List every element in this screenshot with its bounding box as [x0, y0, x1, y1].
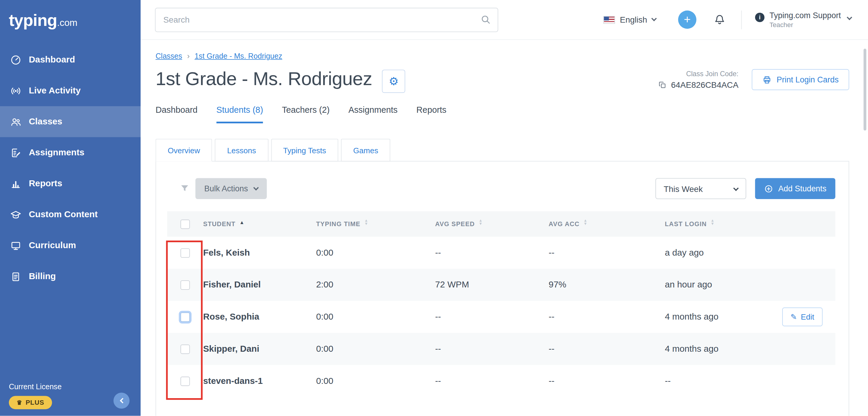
typing-time-cell: 0:00 [316, 376, 435, 386]
row-checkbox[interactable] [181, 344, 190, 354]
chevron-down-icon [651, 16, 657, 21]
subtab-lessons[interactable]: Lessons [215, 139, 268, 161]
sidebar-item-assignments[interactable]: Assignments [0, 137, 141, 168]
chevron-down-icon [733, 185, 738, 191]
tab-dashboard[interactable]: Dashboard [155, 105, 197, 123]
avg-speed-cell: -- [435, 376, 549, 386]
sidebar-item-custom-content[interactable]: Custom Content [0, 199, 141, 230]
language-label: English [620, 15, 647, 24]
breadcrumb-current-link[interactable]: 1st Grade - Ms. Rodriguez [194, 52, 282, 60]
breadcrumb-separator: › [187, 52, 189, 60]
page-content: Classes › 1st Grade - Ms. Rodriguez 1st … [141, 40, 868, 416]
student-name-cell: Fisher, Daniel [203, 280, 316, 289]
printer-icon [762, 75, 772, 84]
class-tabs: Dashboard Students (8) Teachers (2) Assi… [155, 105, 849, 123]
main-column: English + i Typing.com Support Teach [141, 0, 868, 416]
brand-suffix: .com [57, 18, 77, 28]
last-login-cell: a day ago [665, 248, 782, 258]
tab-assignments[interactable]: Assignments [348, 105, 398, 123]
typing-time-cell: 0:00 [316, 344, 435, 354]
add-students-button[interactable]: Add Students [755, 178, 836, 199]
period-selected-value: This Week [664, 184, 703, 194]
avg-acc-cell: -- [549, 344, 665, 354]
subtab-games[interactable]: Games [341, 139, 391, 161]
notifications-button[interactable] [713, 13, 726, 27]
tab-teachers[interactable]: Teachers (2) [282, 105, 330, 123]
subtab-typing-tests[interactable]: Typing Tests [271, 139, 338, 161]
row-checkbox[interactable] [181, 280, 190, 289]
sidebar-collapse-button[interactable] [114, 393, 130, 409]
sidebar-nav: Dashboard Live Activity Classes Assignme… [0, 44, 141, 292]
sidebar-item-dashboard[interactable]: Dashboard [0, 44, 141, 75]
topbar: English + i Typing.com Support Teach [141, 0, 868, 40]
period-select[interactable]: This Week [655, 178, 746, 199]
topbar-right: English + i Typing.com Support Teach [603, 10, 851, 29]
sidebar-item-label: Dashboard [29, 55, 75, 65]
column-header-typing-time[interactable]: Typing Time ▲▼ [316, 221, 435, 227]
avg-speed-cell: -- [435, 312, 549, 322]
sidebar-item-label: Live Activity [29, 86, 81, 96]
sidebar-item-classes[interactable]: Classes [0, 106, 141, 137]
class-settings-button[interactable]: ⚙ [382, 70, 405, 93]
column-header-avg-acc[interactable]: Avg Acc ▲▼ [549, 221, 665, 227]
last-login-cell: an hour ago [665, 280, 782, 289]
us-flag-icon [603, 16, 615, 24]
sort-asc-icon: ▲ [240, 219, 245, 225]
gear-icon: ⚙ [389, 75, 399, 88]
select-all-checkbox[interactable] [181, 219, 190, 229]
typing-time-cell: 2:00 [316, 280, 435, 289]
table-row: Skipper, Dani 0:00 -- -- 4 months ago [167, 333, 835, 365]
tab-reports[interactable]: Reports [416, 105, 446, 123]
circle-plus-icon [764, 184, 773, 194]
page-scrollbar[interactable] [864, 49, 866, 131]
join-code-label: Class Join Code: [658, 70, 738, 78]
avg-acc-cell: -- [549, 248, 665, 258]
avg-acc-cell: 97% [549, 280, 665, 289]
sort-icons: ▲▼ [479, 221, 483, 227]
bulk-actions-label: Bulk Actions [204, 184, 248, 193]
language-selector[interactable]: English [603, 15, 656, 24]
brand-logo[interactable]: typing.com [0, 0, 141, 39]
billing-icon [9, 271, 22, 283]
brand-name: typing [9, 11, 57, 29]
account-role: Teacher [769, 21, 841, 29]
quick-add-button[interactable]: + [678, 10, 696, 29]
breadcrumb-classes-link[interactable]: Classes [155, 52, 182, 60]
bulk-actions-button[interactable]: Bulk Actions [195, 178, 267, 199]
edit-student-button[interactable]: ✎ Edit [782, 307, 823, 326]
table-row: Fisher, Daniel 2:00 72 WPM 97% an hour a… [167, 269, 835, 301]
avg-acc-cell: -- [549, 376, 665, 386]
license-badge-label: PLUS [26, 399, 44, 407]
sort-icons: ▲▼ [584, 221, 588, 227]
account-menu[interactable]: i Typing.com Support Teacher [755, 11, 851, 28]
table-body: Fels, Keish 0:00 -- -- a day ago Fisher,… [167, 237, 835, 397]
print-login-cards-label: Print Login Cards [777, 75, 838, 84]
column-header-avg-speed[interactable]: Avg Speed ▲▼ [435, 221, 549, 227]
sidebar-item-reports[interactable]: Reports [0, 168, 141, 199]
column-header-student[interactable]: Student ▲ [203, 221, 316, 227]
print-login-cards-button[interactable]: Print Login Cards [752, 69, 849, 90]
avg-speed-cell: -- [435, 248, 549, 258]
students-subtabs: Overview Lessons Typing Tests Games [155, 139, 849, 161]
custom-content-icon [9, 209, 22, 221]
curriculum-icon [9, 240, 22, 252]
avg-acc-cell: -- [549, 312, 665, 322]
copy-icon[interactable] [658, 80, 666, 89]
account-name: Typing.com Support [769, 11, 841, 20]
tab-students[interactable]: Students (8) [216, 105, 263, 123]
breadcrumb: Classes › 1st Grade - Ms. Rodriguez [155, 52, 849, 60]
row-checkbox[interactable] [181, 248, 190, 257]
row-checkbox[interactable] [181, 312, 190, 322]
pencil-icon: ✎ [790, 312, 797, 321]
row-checkbox[interactable] [181, 376, 190, 386]
sidebar-item-live-activity[interactable]: Live Activity [0, 75, 141, 106]
search-input[interactable] [155, 7, 498, 32]
table-header-row: Student ▲ Typing Time ▲▼ Avg Speed ▲▼ [167, 211, 835, 237]
sidebar-item-billing[interactable]: Billing [0, 261, 141, 292]
column-header-last-login[interactable]: Last Login ▲▼ [665, 221, 782, 227]
current-license-label: Current License [9, 383, 134, 391]
subtab-overview[interactable]: Overview [155, 139, 212, 161]
sidebar-item-curriculum[interactable]: Curriculum [0, 230, 141, 261]
edit-button-label: Edit [801, 312, 814, 321]
typing-time-cell: 0:00 [316, 312, 435, 322]
